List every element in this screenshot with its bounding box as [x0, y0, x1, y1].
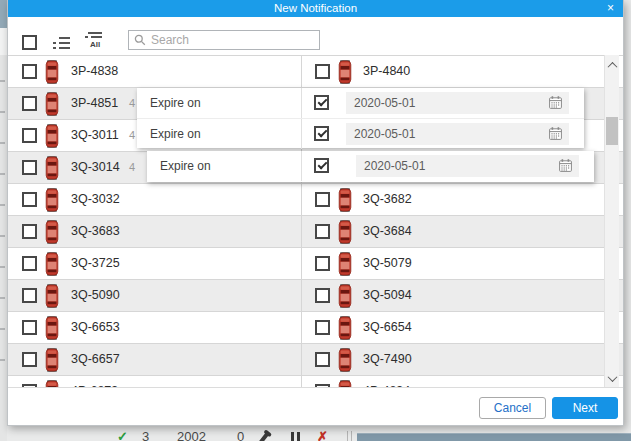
car-icon	[338, 252, 352, 276]
expire-checkbox[interactable]	[314, 126, 329, 141]
expire-checkbox[interactable]	[314, 158, 329, 173]
row-checkbox[interactable]	[22, 256, 37, 271]
vehicle-plate: 3Q-6657	[71, 344, 120, 375]
select-all-checkbox[interactable]	[22, 35, 37, 50]
row-checkbox[interactable]	[315, 192, 330, 207]
car-icon	[45, 284, 59, 308]
cancel-button[interactable]: Cancel	[479, 397, 546, 419]
background-window-edge	[0, 0, 7, 441]
row-checkbox[interactable]	[22, 352, 37, 367]
multi-select-icon[interactable]	[53, 37, 71, 50]
dialog-titlebar: New Notification ×	[8, 0, 623, 17]
car-icon	[45, 252, 59, 276]
row-checkbox[interactable]	[315, 352, 330, 367]
car-icon	[45, 188, 59, 212]
row-checkbox[interactable]	[22, 128, 37, 143]
vehicle-plate: 3Q-3682	[363, 184, 412, 215]
date-input[interactable]: 2020-05-01	[346, 92, 569, 114]
vehicle-plate: 3P-4851	[71, 88, 118, 119]
status-check-icon: ✓	[117, 430, 128, 441]
search-box	[128, 30, 320, 50]
next-button[interactable]: Next	[552, 397, 618, 419]
vehicle-plate: 3Q-5094	[363, 280, 412, 311]
new-notification-dialog: New Notification × All 3P-4838	[7, 0, 624, 426]
vehicle-plate: 3Q-3011	[71, 120, 119, 151]
list-scrollbar[interactable]	[604, 55, 619, 388]
row-checkbox[interactable]	[22, 320, 37, 335]
screen: ✓ 3 2002 0 ✗ New Notification × All	[0, 0, 631, 441]
scrollbar-thumb[interactable]	[606, 117, 618, 145]
vehicle-plate: 3Q-5079	[363, 248, 412, 279]
scroll-up-icon[interactable]	[605, 57, 619, 73]
background-header-fragment	[0, 0, 7, 28]
expire-label: Expire on	[150, 88, 201, 118]
vehicle-plate: 3Q-6653	[71, 312, 120, 343]
divider	[301, 151, 302, 181]
row-checkbox[interactable]	[22, 224, 37, 239]
status-count-1: 3	[142, 430, 149, 441]
expire-label: Expire on	[150, 119, 201, 149]
status-count-2: 2002	[177, 430, 206, 441]
select-all-items-label: All	[85, 40, 105, 49]
table-row: 3Q-6657 3Q-7490	[8, 344, 623, 376]
row-checkbox[interactable]	[315, 320, 330, 335]
row-checkbox[interactable]	[315, 64, 330, 79]
date-input[interactable]: 2020-05-01	[356, 155, 579, 177]
vehicle-plate: 3Q-3683	[71, 216, 120, 247]
row-checkbox[interactable]	[22, 288, 37, 303]
vehicle-plate: 3Q-3725	[71, 248, 120, 279]
car-icon	[45, 124, 59, 148]
car-icon	[338, 188, 352, 212]
car-icon	[338, 60, 352, 84]
status-count-3: 0	[237, 430, 244, 441]
row-checkbox[interactable]	[315, 288, 330, 303]
table-row: 3Q-3725 3Q-5079	[8, 248, 623, 280]
car-icon	[45, 60, 59, 84]
vehicle-plate: 3Q-3032	[71, 184, 120, 215]
vehicle-plate: 3Q-5090	[71, 280, 120, 311]
search-input[interactable]	[146, 32, 319, 48]
row-checkbox[interactable]	[22, 64, 37, 79]
row-checkbox[interactable]	[22, 192, 37, 207]
date-value: 2020-05-01	[354, 127, 415, 141]
row-checkbox[interactable]	[22, 160, 37, 175]
car-icon	[45, 348, 59, 372]
dialog-title: New Notification	[274, 2, 357, 14]
expire-row: Expire on 2020-05-01	[137, 88, 584, 118]
divider	[347, 431, 348, 441]
car-icon	[45, 156, 59, 180]
expire-checkbox[interactable]	[314, 95, 329, 110]
row-checkbox[interactable]	[315, 256, 330, 271]
expire-row: Expire on 2020-05-01	[137, 118, 584, 149]
dialog-footer: Cancel Next	[8, 387, 623, 425]
wrench-icon	[259, 432, 270, 441]
date-input[interactable]: 2020-05-01	[346, 123, 569, 145]
obscured-text: 4	[129, 88, 135, 119]
vehicle-plate: 3P-4840	[363, 56, 410, 87]
table-row: 3P-4838 3P-4840	[8, 56, 623, 88]
vehicle-plate: 3Q-3014	[71, 152, 120, 183]
date-value: 2020-05-01	[364, 159, 425, 173]
calendar-icon[interactable]	[549, 127, 562, 140]
toolbar: All	[8, 17, 623, 55]
close-icon[interactable]: ×	[607, 0, 614, 16]
obscured-text: 4	[129, 120, 135, 151]
table-row: 3Q-5090 3Q-5094	[8, 280, 623, 312]
car-icon	[45, 220, 59, 244]
row-checkbox[interactable]	[315, 224, 330, 239]
expire-popup: Expire on 2020-05-01	[147, 151, 594, 182]
background-scrollbar	[357, 433, 631, 441]
scroll-down-icon[interactable]	[605, 370, 619, 386]
expire-popup-group: Expire on 2020-05-01 Expire on 2020-05-0…	[137, 88, 584, 148]
expire-label: Expire on	[160, 151, 211, 181]
table-row: 3Q-6653 3Q-6654	[8, 312, 623, 344]
car-icon	[338, 348, 352, 372]
car-icon	[45, 92, 59, 116]
row-checkbox[interactable]	[22, 96, 37, 111]
calendar-icon[interactable]	[549, 96, 562, 109]
vehicle-plate: 3Q-3684	[363, 216, 412, 247]
obscured-text: 4	[129, 152, 135, 183]
calendar-icon[interactable]	[559, 159, 572, 172]
select-all-items-icon[interactable]: All	[85, 32, 105, 51]
vehicle-plate: 3Q-7490	[363, 344, 412, 375]
